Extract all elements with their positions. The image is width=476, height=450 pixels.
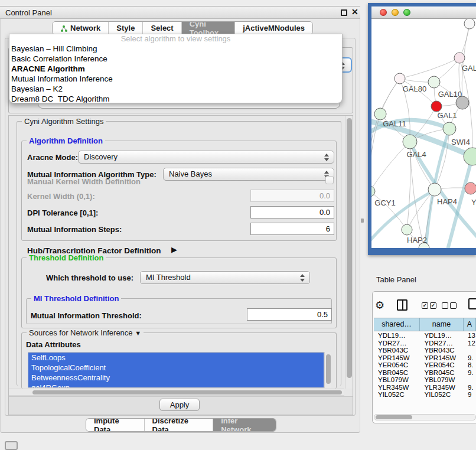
table-cell: YIL052C [374, 391, 420, 399]
data-attribute-item[interactable]: SelfLoops [28, 353, 324, 363]
window-title: Control Panel [5, 8, 52, 17]
expand-arrow-icon[interactable]: ▶ [171, 245, 177, 254]
network-node[interactable] [443, 122, 456, 135]
collapse-arrow-icon[interactable]: ▼ [135, 330, 141, 337]
data-attributes-list[interactable]: SelfLoopsTopologicalCoefficientBetweenne… [28, 352, 324, 388]
network-edge[interactable] [462, 24, 470, 103]
tab-select[interactable]: Select [143, 22, 181, 34]
network-node[interactable] [403, 135, 417, 149]
tab-jactivemnodules[interactable]: jActiveMNodules [235, 22, 312, 34]
splitter-grip[interactable] [361, 219, 364, 223]
aracne-mode-value: Discovery [84, 152, 118, 161]
table-column-header[interactable]: shared… [374, 318, 420, 331]
gear-icon[interactable]: ⚙ [375, 299, 384, 312]
table-row[interactable]: YLR345WYLR345W9. [374, 384, 475, 392]
data-attribute-item[interactable]: gal4RGexp [28, 383, 324, 388]
manual-kernel-checkbox[interactable] [325, 176, 334, 184]
select-all-checkboxes-icon[interactable]: ✓✓ [422, 302, 436, 309]
table-column-header[interactable]: name [420, 318, 464, 331]
table-panel-title: Table Panel [376, 275, 416, 284]
table-row[interactable]: YBR045CYBR045C9. [374, 369, 475, 377]
tab-network[interactable]: Network [53, 22, 109, 34]
close-window-icon[interactable]: ✕ [351, 7, 358, 17]
network-edge[interactable] [400, 58, 459, 79]
network-node[interactable] [431, 101, 442, 112]
table-row[interactable]: YBL079WYBL079W [374, 376, 475, 384]
table-row[interactable]: YDR27…YDR27…12 [374, 340, 475, 347]
data-attributes-label: Data Attributes [26, 340, 81, 349]
cyni-settings-title: Cyni Algorithm Settings [22, 117, 106, 126]
table-cell: 8. [463, 361, 475, 369]
mi-steps-field[interactable] [250, 223, 334, 235]
settings-horizontal-scrollbar[interactable] [9, 389, 344, 396]
algorithm-option[interactable]: ARACNE Algorithm [9, 64, 342, 74]
network-window-titlebar[interactable] [371, 6, 476, 19]
network-node[interactable] [454, 53, 465, 63]
attributes-list-scrollbar[interactable] [324, 352, 331, 388]
table-horizontal-scrollbar[interactable] [374, 414, 476, 420]
restore-window-icon[interactable] [341, 9, 347, 16]
network-node[interactable] [464, 148, 476, 165]
table-cell: YER054C [374, 361, 420, 369]
which-threshold-combo[interactable]: MI Threshold [140, 271, 310, 284]
settings-vertical-scrollbar[interactable] [345, 116, 353, 389]
network-node[interactable] [464, 19, 475, 29]
network-node[interactable] [402, 224, 412, 235]
close-traffic-light[interactable] [380, 9, 387, 16]
network-node[interactable] [428, 183, 441, 196]
new-table-icon[interactable] [468, 298, 476, 309]
control-panel-tabbar: Network Style Select Cyni Toolbox jActiv… [52, 21, 313, 35]
network-icon [60, 25, 67, 32]
tab-style[interactable]: Style [109, 22, 143, 34]
tab-infer-network[interactable]: Infer Network [213, 419, 276, 431]
table-row[interactable]: YDL19…YDL19…13 [374, 332, 475, 340]
network-node[interactable] [428, 76, 440, 88]
aracne-mode-combo[interactable]: Discovery [78, 151, 334, 164]
network-node[interactable] [395, 73, 405, 84]
mi-threshold-field[interactable] [247, 308, 332, 321]
table-row[interactable]: YER054CYER054C8. [374, 361, 475, 369]
network-node-label: SWI4 [451, 138, 470, 146]
network-node[interactable] [465, 182, 476, 194]
network-node-label: GAL11 [383, 119, 406, 128]
tab-impute-data[interactable]: Impute Data [86, 419, 145, 431]
algorithm-option[interactable]: Bayesian – K2 [9, 84, 342, 94]
table-row[interactable]: YPR145WYPR145W9. [374, 354, 475, 362]
collapsed-panel-button[interactable] [5, 441, 18, 450]
dpi-tolerance-label: DPI Tolerance [0,1]: [27, 208, 98, 217]
network-node-label: GAL [462, 64, 476, 73]
kernel-width-field[interactable] [250, 190, 334, 202]
dpi-tolerance-field[interactable] [250, 206, 334, 219]
table-cell: YLR345W [374, 384, 420, 392]
mi-type-combo[interactable]: Naive Bayes [163, 168, 334, 181]
algorithm-dropdown-list: Bayesian – Hill ClimbingBasic Correlatio… [9, 44, 342, 103]
which-threshold-label: Which threshold to use: [46, 273, 133, 282]
algorithm-option[interactable]: Bayesian – Hill Climbing [9, 44, 342, 54]
apply-button[interactable]: Apply [159, 399, 200, 411]
zoom-traffic-light[interactable] [403, 9, 410, 16]
table-column-header[interactable]: A [464, 318, 476, 331]
data-attribute-item[interactable]: BetweennessCentrality [28, 373, 324, 383]
sources-group-title: Sources for Network Inference ▼ [27, 328, 144, 337]
tab-cyni-toolbox[interactable]: Cyni Toolbox [182, 22, 236, 34]
data-attribute-item[interactable]: TopologicalCoefficient [28, 363, 324, 373]
table-row[interactable]: YIL052CYIL052C9 [374, 391, 475, 399]
minimize-traffic-light[interactable] [392, 9, 399, 16]
network-edge[interactable] [371, 142, 410, 191]
algorithm-option[interactable]: Basic Correlation Inference [9, 54, 342, 64]
algorithm-option[interactable]: Dream8 DC_TDC Algorithm [9, 94, 342, 103]
deselect-all-checkboxes-icon[interactable] [442, 302, 457, 309]
network-node[interactable] [374, 108, 386, 120]
table-cell: 12 [463, 340, 475, 347]
network-node-label: GAL80 [403, 84, 426, 93]
table-row[interactable]: YBR043CYBR043C [374, 347, 475, 354]
table-cell: YDR27… [420, 340, 464, 347]
tab-label: Cyni Toolbox [190, 21, 227, 35]
which-threshold-value: MI Threshold [146, 273, 191, 282]
tab-discretize-data[interactable]: Discretize Data [145, 419, 214, 431]
network-canvas[interactable]: GALGAL80GAL10GAL1GAL11GAL4SWI4GCY1HAP4YH… [371, 19, 476, 248]
network-edge[interactable] [371, 79, 400, 191]
algorithm-option[interactable]: Mutual Information Inference [9, 74, 342, 84]
columns-icon[interactable] [397, 299, 407, 311]
mi-threshold-label: Mutual Information Threshold: [31, 311, 142, 320]
